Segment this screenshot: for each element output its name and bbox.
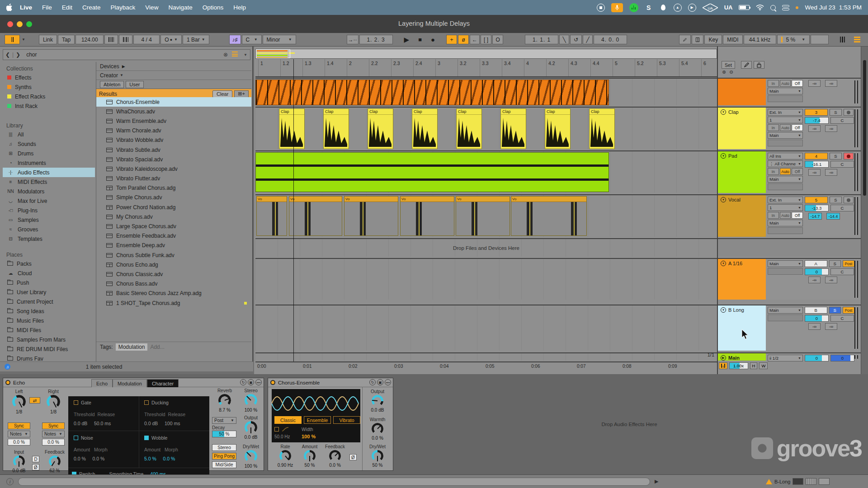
echo-right-delay-knob[interactable]: Right1/8 xyxy=(42,389,65,414)
mixer-rec[interactable] xyxy=(844,197,854,203)
lane-b-long[interactable] xyxy=(255,305,717,351)
warning-triangle-icon[interactable] xyxy=(766,479,772,484)
mixer-btn[interactable]: S xyxy=(830,197,842,203)
devices-breadcrumb[interactable]: Devices▶ xyxy=(96,62,251,71)
menu-options[interactable]: Options xyxy=(198,4,229,11)
menubar-date[interactable]: Wed Jul 23 xyxy=(805,4,835,11)
result-item[interactable]: 1 SHOT_Tape Chorus.adg xyxy=(96,298,251,308)
clap-clip[interactable]: Clap xyxy=(412,108,438,149)
mixer-pan[interactable]: C xyxy=(830,205,854,211)
clap-clip[interactable]: Clap xyxy=(279,108,305,149)
zoom-out-button[interactable]: ⊖ xyxy=(728,69,735,75)
echo-drywet-knob[interactable]: Dry/Wet100 % xyxy=(239,444,263,469)
chorus-rate-knob[interactable]: Rate0.90 Hz xyxy=(274,444,297,468)
add-filter-button[interactable]: ⊞+ xyxy=(234,90,249,98)
echo-left-sync-button[interactable]: Sync xyxy=(8,422,30,429)
lane-t1[interactable] xyxy=(255,78,717,105)
audio-status-icon[interactable] xyxy=(629,3,638,12)
track-name-area[interactable]: ▾Clap xyxy=(718,108,766,149)
mixer-vol[interactable]: -16.1 xyxy=(805,161,829,168)
browser-forward-button[interactable]: ❯ xyxy=(14,52,23,58)
collection-inst-rack[interactable]: Inst Rack xyxy=(3,101,95,111)
echo-channel-mode-mid-side[interactable]: Mid/Side xyxy=(212,461,236,468)
mixer-btn[interactable]: S xyxy=(830,153,842,160)
device-options-icon[interactable]: ••• xyxy=(255,379,262,385)
apple-menu-icon[interactable] xyxy=(6,4,13,11)
monitor-switch[interactable]: InAutoOff xyxy=(768,168,803,175)
library-item-plug-ins[interactable]: -□Plug-Ins xyxy=(3,206,95,215)
mixer-send[interactable]: -14.4 xyxy=(826,213,840,220)
library-item-max-for-live[interactable]: ◡Max for Live xyxy=(3,196,95,206)
hot-swap-icon[interactable]: ↻ xyxy=(369,379,376,385)
monitor-in[interactable]: In xyxy=(768,212,779,219)
track-header-a-1/16[interactable]: ▾A 1/16Main▼ASPost0C-∞-∞ xyxy=(718,258,861,300)
menu-file[interactable]: File xyxy=(37,4,57,11)
flame-icon[interactable] xyxy=(659,4,667,12)
mixer-inf[interactable]: -∞ xyxy=(808,277,821,283)
midi-keyboard-button[interactable] xyxy=(692,35,703,44)
chorus-drywet-knob[interactable]: Dry/Wet50 % xyxy=(366,444,389,468)
nudge-up-button[interactable] xyxy=(119,35,132,44)
mixer-inf[interactable]: -∞ xyxy=(825,80,837,87)
noise-checkbox[interactable] xyxy=(74,436,78,440)
playback-speed-field[interactable]: 1.00x xyxy=(729,362,748,369)
mixer-vol[interactable]: 0 xyxy=(805,355,829,361)
routing-select[interactable]: Main▼ xyxy=(768,220,803,226)
decay-slider[interactable]: 50 % xyxy=(212,431,236,437)
loop-switch[interactable]: ↺ xyxy=(570,35,582,44)
monitor-in[interactable]: In xyxy=(768,124,779,131)
echo-phase-button[interactable]: Ø xyxy=(32,464,39,470)
draw-automation-button[interactable] xyxy=(741,61,752,69)
mixer-num[interactable]: 3 xyxy=(805,109,828,116)
mixer-post[interactable]: Post xyxy=(843,260,854,267)
mixer-inf[interactable]: -∞ xyxy=(808,169,821,176)
echo-right-sync-button[interactable]: Sync xyxy=(42,422,65,429)
search-input[interactable]: chor xyxy=(23,52,221,58)
echo-tab-modulation[interactable]: Modulation xyxy=(113,379,147,387)
echo-input-knob[interactable]: Input0.0 dB xyxy=(7,450,31,473)
routing-select[interactable]: Main▼ xyxy=(768,260,803,267)
track-name-area[interactable]: ▾A 1/16 xyxy=(718,259,766,300)
add-tag-button[interactable]: Add... xyxy=(150,344,164,350)
mixer-pan[interactable]: C xyxy=(830,268,854,275)
result-item[interactable]: Chorus Subtle Funk.adv xyxy=(96,250,251,260)
monitor-auto[interactable]: Auto xyxy=(780,212,791,219)
track-name-area[interactable]: ▾Vocal xyxy=(718,195,766,237)
stereo-link-button[interactable]: ⇄ xyxy=(29,397,40,404)
overview-zoom-frame[interactable] xyxy=(256,49,290,58)
status-expand-button[interactable]: ▶ xyxy=(655,479,658,484)
mixer-vol[interactable]: -7.4 xyxy=(805,117,829,124)
ducking-threshold-value[interactable]: 0.0 dB xyxy=(144,421,158,426)
cpu-meter[interactable]: 5 %▼ xyxy=(777,35,810,44)
mic-status-icon[interactable] xyxy=(611,3,623,12)
result-item[interactable]: Warm Chorale.adv xyxy=(96,126,251,136)
mixer-post[interactable]: Post xyxy=(843,307,854,314)
key-map-button[interactable]: Key xyxy=(704,35,722,44)
mixer-vol[interactable]: 0 xyxy=(805,315,829,322)
triangle-app-icon[interactable]: ▲ xyxy=(674,4,682,12)
place-item-midi-files[interactable]: MIDI Files xyxy=(3,325,95,335)
arrangement-content[interactable]: ClapClapClapClapClapClapClapClapVoVoVoVo… xyxy=(255,59,717,374)
punch-out-button[interactable]: ╱ xyxy=(583,35,593,44)
echo-d-button[interactable]: D xyxy=(32,456,39,462)
result-item[interactable]: Vibrato Spacial.adv xyxy=(96,155,251,164)
control-center-icon[interactable] xyxy=(782,5,789,10)
scale-root-menu[interactable]: C▼ xyxy=(242,35,262,44)
result-item[interactable]: Vibrato Flutter.adv xyxy=(96,174,251,183)
set-locator-button[interactable]: Set xyxy=(722,61,735,69)
library-item-midi-effects[interactable]: ≡MIDI Effects xyxy=(3,177,95,187)
play-app-icon[interactable]: ▶ xyxy=(688,4,696,12)
lock-envelopes-button[interactable] xyxy=(754,61,764,69)
keyboard-indicator[interactable] xyxy=(793,478,803,485)
collection-effect-racks[interactable]: Effect Racks xyxy=(3,92,95,101)
result-item[interactable]: Vibrato Wobble.adv xyxy=(96,136,251,145)
result-item[interactable]: WhaChorus.adv xyxy=(96,107,251,116)
place-item-cloud[interactable]: ☁Cloud xyxy=(3,268,95,278)
library-item-sounds[interactable]: ♫Sounds xyxy=(3,139,95,149)
browser-collapse-caret-icon[interactable]: ▼ xyxy=(241,53,250,57)
clear-search-icon[interactable]: ⊗ xyxy=(221,52,230,58)
metronome-button[interactable]: O●▼ xyxy=(160,35,182,44)
chorus-output-knob[interactable]: Output0.0 dB xyxy=(366,389,389,413)
zoom-height-button[interactable]: H xyxy=(750,362,758,369)
library-item-drums[interactable]: ⊞Drums xyxy=(3,149,95,158)
